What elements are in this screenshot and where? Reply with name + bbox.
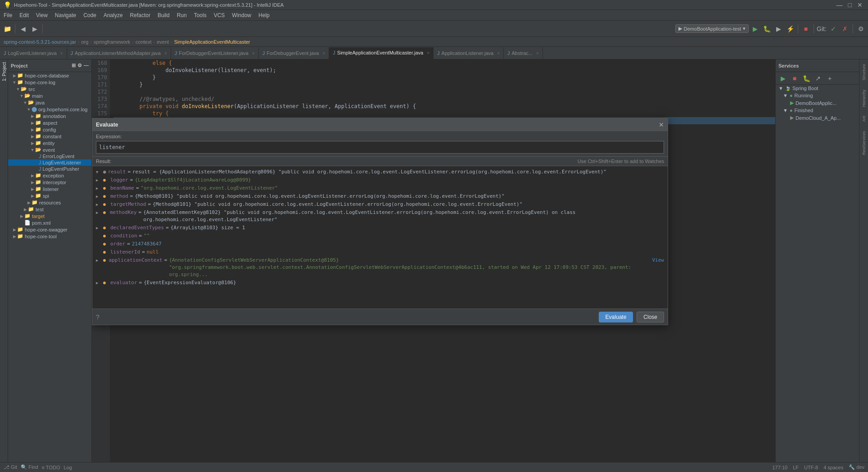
tab-5[interactable]: J ApplicationListener.java × [434, 47, 504, 59]
help-icon[interactable]: ? [96, 313, 99, 321]
breadcrumb-part-5[interactable]: SimpleApplicationEventMulticaster [174, 39, 250, 45]
vcs-check-btn[interactable]: ✓ [828, 23, 839, 34]
vtab-hierarchy[interactable]: Hierarchy [861, 87, 867, 110]
services-add-btn[interactable]: + [824, 73, 835, 84]
maximize-button[interactable]: □ [846, 1, 854, 9]
tree-event[interactable]: ▼ 📂 event [8, 146, 91, 153]
services-jump-btn[interactable]: ↗ [813, 73, 823, 84]
profile-btn[interactable]: ⚡ [785, 23, 796, 34]
minimize-button[interactable]: — [835, 1, 845, 9]
breadcrumb-part-3[interactable]: context [136, 39, 151, 45]
tree-resources[interactable]: ▶ 📁 resources [8, 199, 91, 206]
menu-file[interactable]: File [0, 11, 16, 19]
service-demoboot[interactable]: ▶ DemoBootApplic... [776, 99, 859, 107]
result-row-order[interactable]: ● order = 2147483647 [94, 240, 666, 248]
tree-target[interactable]: ▶ 📁 target [8, 213, 91, 219]
tree-package[interactable]: ▼ ⬤ org.hopehomi.core.log [8, 106, 91, 113]
close-button[interactable]: Close [637, 312, 664, 322]
tab-1[interactable]: J ApplicationListenerMethodAdapter.java … [67, 47, 171, 59]
result-row-evaluator[interactable]: ▶ ● evaluator = {EventExpressionEvaluato… [94, 279, 666, 287]
git-btn[interactable]: Git: [816, 23, 827, 34]
dialog-close-button[interactable]: ✕ [659, 121, 664, 128]
menu-window[interactable]: Window [228, 11, 255, 19]
result-main-row[interactable]: ▼ ● result = result = {ApplicationListen… [94, 168, 666, 176]
menu-analyze[interactable]: Analyze [100, 11, 127, 19]
log-tab[interactable]: Log [63, 465, 72, 470]
tab-0[interactable]: J LogEventListener.java × [0, 47, 67, 59]
result-row-declaredEventTypes[interactable]: ▶ ● declaredEventTypes = {ArrayList@8103… [94, 224, 666, 232]
result-row-methodKey[interactable]: ▶ ● methodKey = {AnnotatedElementKey@810… [94, 209, 666, 224]
menu-run[interactable]: Run [173, 11, 190, 19]
services-debug-btn[interactable]: 🐛 [801, 73, 812, 84]
services-stop-btn[interactable]: ■ [789, 73, 800, 84]
breadcrumb-part-4[interactable]: event [157, 39, 169, 45]
breadcrumb-part-1[interactable]: org [81, 39, 88, 45]
git-tab[interactable]: ⎇ Git [4, 464, 17, 470]
menu-build[interactable]: Build [154, 11, 173, 19]
tab-close-2[interactable]: × [252, 51, 255, 56]
expression-input[interactable] [96, 141, 664, 154]
menu-help[interactable]: Help [255, 11, 273, 19]
tree-pom[interactable]: 📄 pom.xml [8, 219, 91, 226]
project-gear-btn[interactable]: ⚙ [77, 63, 82, 68]
menu-refactor[interactable]: Refactor [127, 11, 154, 19]
run-btn[interactable]: ▶ [750, 23, 760, 34]
result-row-condition[interactable]: ● condition = "" [94, 232, 666, 240]
tab-close-1[interactable]: × [164, 51, 167, 56]
tab-close-4[interactable]: × [427, 50, 429, 55]
stop-btn[interactable]: ■ [800, 23, 811, 34]
run-config-selector[interactable]: ▶ DemoBootApplication-test ▾ [675, 24, 749, 33]
vtab-structure[interactable]: Structure [861, 61, 867, 83]
project-hide-btn[interactable]: — [84, 63, 89, 68]
tree-hope-core-swagger[interactable]: ▶ 📁 hope-core-swagger [8, 226, 91, 233]
vtab-restservices[interactable]: RestServices [861, 128, 867, 158]
result-row-listenerId[interactable]: ● listenerId = null [94, 248, 666, 256]
menu-edit[interactable]: Edit [16, 11, 32, 19]
tree-hope-core-tool[interactable]: ▶ 📁 hope-core-tool [8, 233, 91, 240]
service-democloud[interactable]: ▶ DemoCloud_A_Ap... [776, 114, 859, 122]
tree-java[interactable]: ▼ 📂 java [8, 99, 91, 106]
tab-close-6[interactable]: × [536, 51, 539, 56]
coverage-btn[interactable]: ▶ [773, 23, 784, 34]
tree-aspect[interactable]: ▶ 📁 aspect [8, 119, 91, 126]
tree-listener[interactable]: ▶ 📁 listener [8, 186, 91, 192]
vtab-project[interactable]: 1: Project [0, 59, 8, 84]
services-run-btn[interactable]: ▶ [778, 73, 788, 84]
breadcrumb-part-2[interactable]: springframework [94, 39, 130, 45]
tab-close-0[interactable]: × [60, 51, 63, 56]
toolbar-project-btn[interactable]: 📁 [2, 23, 13, 34]
menu-code[interactable]: Code [80, 11, 100, 19]
toolbar-forward-btn[interactable]: ▶ [29, 23, 40, 34]
tree-src[interactable]: ▼ 📂 src [8, 86, 91, 92]
todo-tab[interactable]: ≡ TODO [42, 465, 60, 470]
tree-config[interactable]: ▶ 📁 config [8, 126, 91, 133]
tab-4[interactable]: J SimpleApplicationEventMulticaster.java… [329, 47, 434, 59]
service-running[interactable]: ▼ ● Running [776, 92, 859, 99]
tab-3[interactable]: J ForDebuggerEvent.java × [259, 47, 330, 59]
service-spring-boot[interactable]: ▼ 🍃 Spring Boot [776, 85, 859, 92]
tree-ErrorLogEvent[interactable]: J ErrorLogEvent [8, 153, 91, 159]
tree-hope-core-log[interactable]: ▼ 📁 hope-core-log [8, 79, 91, 86]
settings-btn[interactable]: ⚙ [855, 23, 866, 34]
view-link[interactable]: View [652, 257, 665, 264]
tree-interceptor[interactable]: ▶ 📁 interceptor [8, 179, 91, 186]
service-finished[interactable]: ▼ ● Finished [776, 107, 859, 114]
menu-navigate[interactable]: Navigate [51, 11, 80, 19]
tree-exception[interactable]: ▶ 📁 exception [8, 172, 91, 179]
tree-test[interactable]: ▶ 📁 test [8, 206, 91, 213]
result-row-applicationContext[interactable]: ▶ ● applicationContext = {AnnotationConf… [94, 256, 666, 279]
tab-2[interactable]: J ForDebuggerEventListener.java × [171, 47, 259, 59]
result-row-beanName[interactable]: ▶ ● beanName = "org.hopehomi.core.log.ev… [94, 184, 666, 192]
vcs-x-btn[interactable]: ✗ [840, 23, 850, 34]
tab-close-5[interactable]: × [497, 51, 500, 56]
tree-LogEventPusher[interactable]: J LogEventPusher [8, 166, 91, 172]
result-row-targetMethod[interactable]: ▶ ● targetMethod = {Method@8101} "public… [94, 200, 666, 209]
menu-tools[interactable]: Tools [190, 11, 210, 19]
tab-6[interactable]: J Abstrac... × [504, 47, 543, 59]
tree-hope-core-database[interactable]: ▶ 📁 hope-core-database [8, 72, 91, 79]
evaluate-button[interactable]: Evaluate [599, 312, 633, 322]
debug-btn[interactable]: 🐛 [761, 23, 772, 34]
menu-view[interactable]: View [32, 11, 51, 19]
tree-main[interactable]: ▼ 📂 main [8, 92, 91, 99]
breadcrumb-part-0[interactable]: spring-context-5.3.21-sources.jar [4, 39, 76, 45]
